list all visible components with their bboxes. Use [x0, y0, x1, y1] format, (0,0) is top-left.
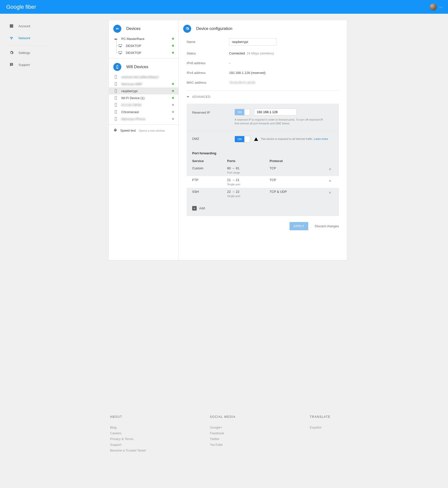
row-status: Status Connected 24 Mbps (wireless)	[187, 48, 339, 58]
config-actions: APPLY Discard changes	[179, 216, 347, 237]
wifi-device-item[interactable]: android-e9c1af9ec00bac2	[109, 73, 178, 80]
toggle-knob	[244, 137, 249, 142]
device-config-column: Device configuration Name Status Connect…	[179, 20, 347, 260]
footer-link[interactable]: Blog	[110, 425, 210, 430]
devices-column: Devices PC-MasterRaceDESKTOPDESKTOP Wifi…	[109, 20, 179, 260]
dmz-label: DMZ	[192, 136, 235, 141]
pf-row[interactable]: Custom80 → 81Port rangeTCP✕	[192, 164, 333, 176]
dmz-toggle[interactable]: ON	[235, 136, 250, 142]
footer-social-heading: SOCIAL MEDIA	[210, 415, 310, 419]
footer-link[interactable]: Facebook	[210, 430, 310, 436]
nav-support[interactable]: Support	[0, 59, 50, 71]
pf-protocol: TCP & UDP	[270, 190, 326, 194]
ipv6-label: IPv6 address	[187, 61, 229, 65]
advanced-panel: Reserved IP ON A reserved IP is require	[187, 104, 339, 216]
pf-delete-button[interactable]: ✕	[326, 190, 333, 195]
wifi-icon	[9, 35, 14, 40]
wifi-device-label: Marissas-MBP	[121, 82, 172, 86]
router-icon	[113, 37, 118, 41]
reserved-ip-toggle[interactable]: ON	[235, 109, 250, 115]
pf-row[interactable]: FTP21 → 21Single portTCP✕	[187, 176, 339, 188]
pf-delete-button[interactable]: ✕	[326, 166, 333, 171]
name-input[interactable]	[229, 38, 277, 45]
dmz-learn-more-link[interactable]: Learn more	[314, 137, 328, 140]
brand-logo[interactable]: Google fiber	[6, 4, 36, 10]
phone-outline-icon	[113, 89, 118, 93]
wifi-device-item[interactable]: Wi-Fi Device (1)	[109, 94, 178, 101]
footer-link[interactable]: Support	[110, 442, 210, 448]
status-dot	[172, 90, 174, 92]
pf-protocol: TCP	[270, 178, 326, 182]
phone-outline-icon	[113, 117, 118, 121]
footer-translate: TRANSLATE Español	[310, 415, 410, 453]
pf-ports-sub: Single port	[227, 183, 270, 186]
nav-settings[interactable]: Settings	[0, 47, 50, 59]
wifi-device-item[interactable]: raspberrypi	[109, 87, 178, 94]
status-value: Connected	[229, 51, 245, 55]
phone-outline-icon	[113, 82, 118, 86]
pf-row[interactable]: SSH22 → 22Single portTCP & UDP✕	[192, 188, 333, 200]
top-bar: Google fiber —	[0, 0, 448, 14]
footer-about-heading: ABOUT	[110, 415, 210, 419]
pf-head-protocol: Protocol	[270, 159, 326, 163]
pf-service: SSH	[192, 190, 227, 194]
ipv4-label: IPv4 address	[187, 71, 229, 75]
device-item[interactable]: PC-MasterRace	[109, 35, 178, 42]
advanced-toggle[interactable]: ADVANCED	[187, 94, 339, 100]
discard-changes-link[interactable]: Discard changes	[315, 224, 339, 228]
apply-button[interactable]: APPLY	[290, 222, 308, 230]
wired-devices-list: PC-MasterRaceDESKTOPDESKTOP	[109, 35, 178, 58]
status-detail: 24 Mbps (wireless)	[247, 51, 274, 55]
device-item[interactable]: DESKTOP	[109, 49, 178, 56]
phone-icon	[113, 63, 121, 71]
reserved-ip-hint: A reserved IP is required in order to fo…	[235, 118, 324, 126]
nav-network[interactable]: Network	[0, 32, 50, 44]
status-label: Status	[187, 51, 229, 55]
speed-test-label: Speed test	[120, 129, 136, 132]
account-menu[interactable]: —	[430, 3, 443, 10]
config-separator	[187, 90, 339, 91]
status-dot	[172, 83, 174, 85]
warning-icon	[254, 137, 258, 141]
row-mac: MAC address 78:4a:09:41:dd:0b	[187, 78, 339, 87]
pf-ports-sub: Port range	[227, 171, 270, 174]
wifi-device-item[interactable]: ECC0C78F90	[109, 101, 178, 108]
devices-title: Devices	[126, 26, 141, 31]
wifi-device-item[interactable]: Marissas-MBP	[109, 80, 178, 87]
footer-about: ABOUT BlogCareersPrivacy & TermsSupportB…	[110, 415, 210, 453]
footer-link[interactable]: YouTube	[210, 442, 310, 448]
wifi-device-item[interactable]: Marissas-iPhone	[109, 115, 178, 122]
footer-link[interactable]: Español	[310, 425, 410, 430]
speed-test-link[interactable]: Speed test Opens a new window	[109, 125, 178, 136]
device-label: DESKTOP	[126, 51, 172, 55]
config-header: Device configuration	[179, 20, 347, 35]
reserved-ip-label: Reserved IP	[192, 110, 235, 114]
footer-link[interactable]: Become a Trusted Tester	[110, 448, 210, 453]
pf-ports-sub: Single port	[227, 195, 270, 198]
pf-ports: 80 → 81Port range	[227, 166, 270, 174]
plus-icon: +	[192, 206, 197, 211]
wifi-device-item[interactable]: Chromecast	[109, 108, 178, 115]
device-item[interactable]: DESKTOP	[109, 42, 178, 49]
status-dot	[172, 97, 174, 99]
pf-delete-button[interactable]: ✕	[326, 178, 333, 183]
config-gear-icon	[183, 25, 191, 33]
reserved-ip-input[interactable]	[254, 109, 297, 115]
monitor-icon	[118, 44, 123, 48]
name-label: Name	[187, 40, 229, 44]
footer-link[interactable]: Privacy & Terms	[110, 436, 210, 442]
footer-translate-heading: TRANSLATE	[310, 415, 410, 419]
phone-outline-icon	[113, 103, 118, 107]
pf-add-button[interactable]: + Add	[187, 202, 339, 216]
status-dot	[172, 38, 174, 40]
footer-link[interactable]: Google+	[210, 425, 310, 430]
wifi-devices-title: Wifi Devices	[126, 65, 148, 69]
advanced-label: ADVANCED	[192, 95, 211, 99]
footer-link[interactable]: Careers	[110, 430, 210, 436]
network-card: Devices PC-MasterRaceDESKTOPDESKTOP Wifi…	[109, 20, 347, 260]
device-label: DESKTOP	[126, 44, 172, 48]
wifi-device-label: Wi-Fi Device (1)	[121, 96, 172, 100]
wifi-device-label: android-e9c1af9ec00bac2	[121, 75, 174, 79]
footer-link[interactable]: Twitter	[210, 436, 310, 442]
nav-account[interactable]: Account	[0, 20, 50, 32]
